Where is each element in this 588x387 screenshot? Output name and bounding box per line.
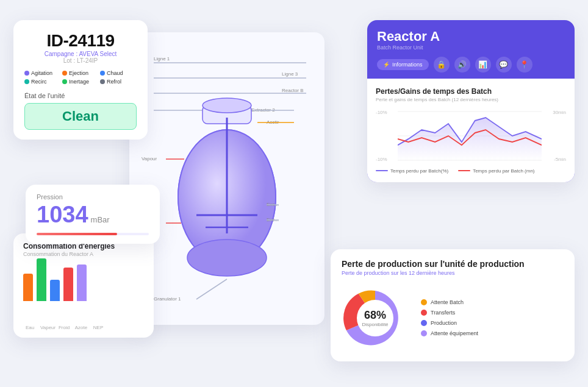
reactor-card: Reactor A Batch Reactor Unit ⚡ Informati… xyxy=(367,20,575,182)
svg-text:Vapour: Vapour xyxy=(142,156,157,162)
campaign-label: Campagne : AVEVA Select xyxy=(24,51,137,57)
pressure-value-row: 1034 mBar xyxy=(37,202,149,228)
production-subtitle: Perte de production sur les 12 dernière … xyxy=(342,270,564,276)
diagram-inner: Ligne 1 Ligne 3 Reactor B Extractor 2 Ac… xyxy=(129,32,324,325)
reactor-header: Reactor A Batch Reactor Unit ⚡ Informati… xyxy=(367,20,575,79)
bar-labels-row: EauVapeurFroidAzoteNEP xyxy=(23,325,144,330)
tag-refrol: Refrol xyxy=(100,79,137,85)
sound-icon-btn[interactable]: 🔊 xyxy=(454,57,470,73)
chart-title: Pertes/Gains de temps des Batch xyxy=(376,87,566,96)
production-title: Perte de production sur l'unité de produ… xyxy=(342,259,564,269)
clean-status: Clean xyxy=(24,103,137,130)
energy-card: Consommation d'énergies Consommation du … xyxy=(13,233,154,338)
svg-point-17 xyxy=(203,98,251,113)
reactor-chart-area: Pertes/Gains de temps des Batch Perte et… xyxy=(367,79,575,182)
legend-purple: Temps perdu par Batch(%) xyxy=(376,168,448,174)
bar-label-froid: Froid xyxy=(57,325,71,330)
y-label-top-right: 30min xyxy=(547,110,566,115)
production-legend: Attente Batch Transferts Production Atte… xyxy=(421,299,478,336)
id-number: ID-24119 xyxy=(24,31,137,51)
energy-bar-nep xyxy=(77,265,87,301)
reactor-diagram-svg: Ligne 1 Ligne 3 Reactor B Extractor 2 Ac… xyxy=(135,38,318,319)
main-scene: ID-24119 Campagne : AVEVA Select Lot : L… xyxy=(13,14,575,374)
energy-bar-azote xyxy=(63,268,73,301)
chaud-icon xyxy=(100,71,105,76)
lock-icon-btn[interactable]: 🔒 xyxy=(434,57,450,73)
bar-label-eau: Eau xyxy=(23,325,37,330)
bar-label-vapeur: Vapeur xyxy=(40,325,54,330)
reactor-title: Reactor A xyxy=(377,29,565,44)
y-label-bottom-right: -5min xyxy=(547,157,566,162)
svg-point-13 xyxy=(187,240,267,276)
info-button[interactable]: ⚡ Informations xyxy=(377,59,429,70)
energy-bar-vapeur xyxy=(37,258,46,301)
legend-transferts: Transferts xyxy=(421,310,478,316)
pressure-bar xyxy=(37,233,149,235)
ejection-icon xyxy=(62,71,67,76)
donut-percentage: 68% xyxy=(362,309,388,322)
legend-attente-batch: Attente Batch xyxy=(421,299,478,305)
diagram-card: Ligne 1 Ligne 3 Reactor B Extractor 2 Ac… xyxy=(129,32,324,325)
chat-icon-btn[interactable]: 💬 xyxy=(496,57,512,73)
location-icon-btn[interactable]: 📍 xyxy=(517,57,532,73)
tag-ejection: Ejection xyxy=(62,70,99,76)
reactor-nav: ⚡ Informations 🔒 🔊 📊 💬 📍 xyxy=(377,57,565,73)
batch-chart-svg xyxy=(398,108,542,163)
legend-attente-equipement: Attente équipement xyxy=(421,330,478,336)
y-label-bottom-left: -10% xyxy=(376,157,393,162)
tag-agitation: Agitation xyxy=(24,70,61,76)
pressure-label: Pression xyxy=(37,193,149,201)
energy-bar-froid xyxy=(50,280,60,301)
dot-red xyxy=(421,310,427,316)
pressure-bar-fill xyxy=(37,233,117,235)
dot-indigo xyxy=(421,320,427,326)
legend-production: Production xyxy=(421,320,478,326)
bar-chart xyxy=(23,265,144,313)
lot-label: Lot : LT-24IP xyxy=(24,57,137,64)
svg-line-27 xyxy=(196,279,227,299)
reactor-subtitle: Batch Reactor Unit xyxy=(377,44,565,51)
tag-chaud: Chaud xyxy=(100,70,137,76)
tag-recirc: Recirc xyxy=(24,79,61,85)
id-card: ID-24119 Campagne : AVEVA Select Lot : L… xyxy=(13,20,148,140)
bar-label-nep: NEP xyxy=(91,325,105,330)
dot-lavender xyxy=(421,330,427,336)
donut-text: Disponibilité xyxy=(362,322,388,327)
pressure-unit: mBar xyxy=(91,215,110,224)
chart-subtitle: Perte et gains de temps des Batch (12 de… xyxy=(376,97,566,102)
legend-red: Temps perdu par Batch (mn) xyxy=(458,168,534,174)
chart-icon-btn[interactable]: 📊 xyxy=(475,57,491,73)
legend-purple-line xyxy=(376,170,388,171)
donut-label: 68% Disponibilité xyxy=(362,309,388,327)
bolt-icon: ⚡ xyxy=(383,62,390,68)
legend-red-line xyxy=(458,170,470,171)
bar-label-azote: Azote xyxy=(74,325,88,330)
inertage-icon xyxy=(62,79,67,84)
pressure-number: 1034 xyxy=(37,202,88,228)
y-label-top-left: -10% xyxy=(376,110,393,115)
donut-chart: 68% Disponibilité xyxy=(342,285,409,352)
svg-text:Ligne 1: Ligne 1 xyxy=(154,56,170,62)
chart-legend: Temps perdu par Batch(%) Temps perdu par… xyxy=(376,168,566,174)
production-card: Perte de production sur l'unité de produ… xyxy=(331,249,575,361)
energy-subtitle: Consommation du Reactor A xyxy=(23,251,144,257)
pressure-card: Pression 1034 mBar xyxy=(26,185,160,244)
production-content: 68% Disponibilité Attente Batch Transfer… xyxy=(342,285,564,352)
tag-inertage: Inertage xyxy=(62,79,99,85)
svg-text:Ligne 3: Ligne 3 xyxy=(282,71,298,77)
refrol-icon xyxy=(100,79,105,84)
svg-text:Reactor B: Reactor B xyxy=(282,88,304,93)
etat-label: État de l'unité xyxy=(24,92,137,99)
svg-text:Granulator 1: Granulator 1 xyxy=(154,296,181,302)
recirc-icon xyxy=(24,79,29,84)
dot-yellow xyxy=(421,299,427,305)
energy-bar-eau xyxy=(23,274,33,301)
agitation-icon xyxy=(24,71,29,76)
tags-grid: Agitation Ejection Chaud Recirc Inertage… xyxy=(24,70,137,85)
